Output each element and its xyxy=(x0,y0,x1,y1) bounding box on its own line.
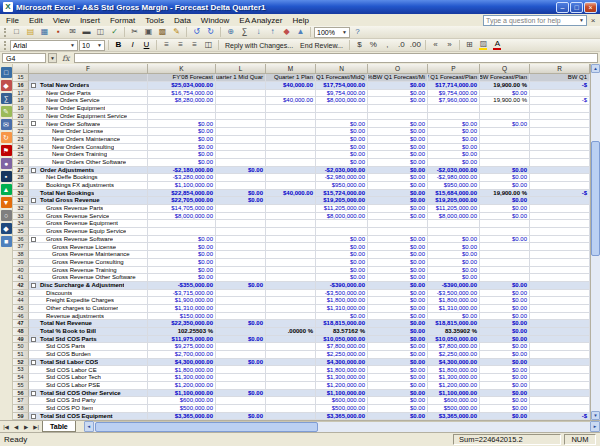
cell-M36[interactable] xyxy=(266,236,316,244)
cell-N53[interactable]: $1,800,000.00 xyxy=(316,366,368,374)
cell-R16[interactable]: -$ xyxy=(530,82,590,90)
cell-M47[interactable] xyxy=(266,320,316,328)
redo-icon[interactable]: ↻ xyxy=(204,26,217,38)
cell-N57[interactable]: $600,000.00 xyxy=(316,397,368,405)
cell-K58[interactable]: $500,000.00 xyxy=(148,405,216,413)
cell-O57[interactable]: $0.00 xyxy=(368,397,428,405)
cell-O19[interactable] xyxy=(368,105,428,113)
cell-P33[interactable]: $8,000,000.00 xyxy=(428,213,480,221)
cell-F36[interactable]: Gross Revenue Software xyxy=(29,236,148,244)
menu-data[interactable]: Data xyxy=(169,16,196,25)
cell-R38[interactable] xyxy=(530,251,590,259)
cell-F29[interactable]: Bookings FX adjustments xyxy=(29,182,148,190)
cell-P26[interactable]: $0.00 xyxy=(428,159,480,167)
cell-P51[interactable]: $2,250,000.00 xyxy=(428,351,480,359)
cell-O49[interactable]: $0.00 xyxy=(368,336,428,344)
row-header-43[interactable]: 43 xyxy=(13,290,29,298)
cell-N48[interactable]: 83.57162 % xyxy=(316,328,368,336)
cell-K55[interactable]: $1,200,000.00 xyxy=(148,382,216,390)
cell-F31[interactable]: Total Gross Revenue xyxy=(29,197,148,205)
cell-F40[interactable]: Gross Revenue Training xyxy=(29,267,148,275)
cell-P25[interactable]: $0.00 xyxy=(428,151,480,159)
cell-K53[interactable]: $1,800,000.00 xyxy=(148,366,216,374)
cell-P40[interactable]: $0.00 xyxy=(428,267,480,275)
cell-M33[interactable] xyxy=(266,213,316,221)
cell-Q37[interactable] xyxy=(480,243,530,251)
cell-Q38[interactable] xyxy=(480,251,530,259)
cell-K48[interactable]: 102.25503 % xyxy=(148,328,216,336)
cell-P34[interactable] xyxy=(428,220,480,228)
cell-M38[interactable] xyxy=(266,251,316,259)
row-header-33[interactable]: 33 xyxy=(13,213,29,221)
cell-Q16[interactable]: 19,900.00 % xyxy=(480,82,530,90)
cell-M50[interactable] xyxy=(266,343,316,351)
cell-K15[interactable]: FY'08 Forecast xyxy=(148,74,216,82)
cell-R25[interactable] xyxy=(530,151,590,159)
cell-M28[interactable] xyxy=(266,174,316,182)
cell-K56[interactable]: $1,100,000.00 xyxy=(148,390,216,398)
cell-P46[interactable]: $0.00 xyxy=(428,313,480,321)
cell-K47[interactable]: $22,350,000.00 xyxy=(148,320,216,328)
row-header-21[interactable]: 21 xyxy=(13,120,29,128)
cell-O48[interactable]: $0.00 xyxy=(368,328,428,336)
row-header-35[interactable]: 35 xyxy=(13,228,29,236)
cell-R50[interactable] xyxy=(530,343,590,351)
cell-Q19[interactable] xyxy=(480,105,530,113)
cell-N33[interactable]: $8,000,000.00 xyxy=(316,213,368,221)
column-header-L[interactable]: L xyxy=(216,64,266,74)
cell-R44[interactable] xyxy=(530,297,590,305)
cell-N35[interactable] xyxy=(316,228,368,236)
cell-Q41[interactable] xyxy=(480,274,530,282)
cell-M18[interactable]: $40,000.00 xyxy=(266,97,316,105)
cell-L42[interactable]: $0.00 xyxy=(216,282,266,290)
cell-L52[interactable]: $0.00 xyxy=(216,359,266,367)
cell-Q55[interactable]: $0.00 xyxy=(480,382,530,390)
cell-F55[interactable]: Std COS Labor PSE xyxy=(29,382,148,390)
cell-O23[interactable]: $0.00 xyxy=(368,136,428,144)
cell-Q53[interactable]: $0.00 xyxy=(480,366,530,374)
scroll-right-button[interactable]: ► xyxy=(590,421,600,432)
column-header-F[interactable]: F xyxy=(29,64,148,74)
cell-R47[interactable] xyxy=(530,320,590,328)
menu-file[interactable]: File xyxy=(1,16,24,25)
cell-Q24[interactable] xyxy=(480,144,530,152)
cell-P42[interactable]: -$390,000.00 xyxy=(428,282,480,290)
toolbar-grip[interactable] xyxy=(4,41,7,50)
menu-insert[interactable]: Insert xyxy=(75,16,105,25)
cell-O59[interactable]: $0.00 xyxy=(368,413,428,420)
scroll-left-button[interactable]: ◄ xyxy=(84,421,94,432)
row-header-19[interactable]: 19 xyxy=(13,105,29,113)
cell-O38[interactable]: $0.00 xyxy=(368,251,428,259)
cell-F25[interactable]: New Orders Training xyxy=(29,151,148,159)
cell-K51[interactable]: $2,700,000.00 xyxy=(148,351,216,359)
row-header-53[interactable]: 53 xyxy=(13,366,29,374)
cell-R15[interactable]: BW Q1 xyxy=(530,74,590,82)
first-sheet-button[interactable]: |◀ xyxy=(1,424,11,430)
cell-M23[interactable] xyxy=(266,136,316,144)
chart-wizard-icon[interactable]: ◆ xyxy=(280,26,293,38)
increase-indent-icon[interactable]: » xyxy=(443,39,456,51)
cell-R40[interactable] xyxy=(530,267,590,275)
cell-L50[interactable] xyxy=(216,343,266,351)
chevron-down-icon[interactable]: ▼ xyxy=(579,17,584,23)
cell-R33[interactable] xyxy=(530,213,590,221)
cell-P37[interactable]: $0.00 xyxy=(428,243,480,251)
cell-L19[interactable] xyxy=(216,105,266,113)
cell-K21[interactable]: $0.00 xyxy=(148,120,216,128)
cell-R20[interactable] xyxy=(530,113,590,121)
column-header-O[interactable]: O xyxy=(368,64,428,74)
row-header-47[interactable]: 47 xyxy=(13,320,29,328)
cell-K23[interactable]: $0.00 xyxy=(148,136,216,144)
row-header-46[interactable]: 46 xyxy=(13,313,29,321)
borders-icon[interactable]: ⊞ xyxy=(463,39,476,51)
sort-descending-icon[interactable]: ↑ xyxy=(266,26,279,38)
cell-P27[interactable]: -$2,030,000.00 xyxy=(428,167,480,175)
cell-R27[interactable] xyxy=(530,167,590,175)
cell-Q36[interactable]: $0.00 xyxy=(480,236,530,244)
cell-R37[interactable] xyxy=(530,243,590,251)
cell-F33[interactable]: Gross Revenue Service xyxy=(29,213,148,221)
cell-Q54[interactable]: $0.00 xyxy=(480,374,530,382)
cell-K46[interactable]: $150,000.00 xyxy=(148,313,216,321)
formula-input[interactable] xyxy=(74,53,598,63)
cell-P56[interactable]: $1,100,000.00 xyxy=(428,390,480,398)
